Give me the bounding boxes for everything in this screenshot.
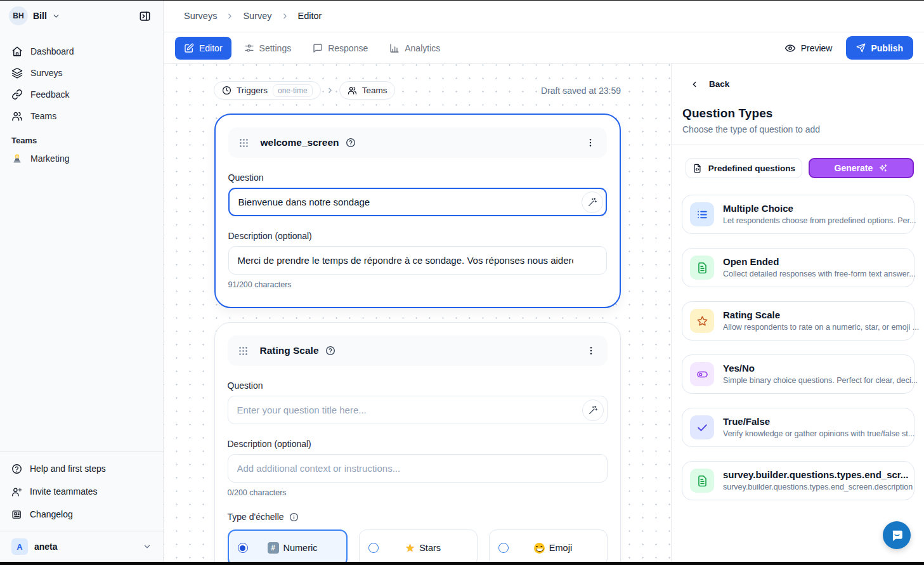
question-title-input[interactable]: [228, 188, 607, 216]
sidebar-item-surveys[interactable]: Surveys: [5, 62, 158, 84]
sidebar-item-feedback[interactable]: Feedback: [5, 84, 158, 105]
question-type-title: Open Ended: [723, 256, 779, 267]
workspace-switcher[interactable]: BH Bill: [0, 0, 163, 32]
chevron-right-icon: [326, 86, 334, 94]
question-title-input[interactable]: [228, 396, 608, 424]
sidebar-item-teams[interactable]: Teams: [5, 105, 158, 127]
tab-analytics[interactable]: Analytics: [381, 37, 449, 60]
question-card-title: welcome_screen: [261, 137, 339, 148]
sidebar-footer: Help and first steps Invite teammates Ch…: [0, 451, 163, 562]
scale-option-stars[interactable]: ★ Stars: [359, 529, 478, 565]
sidebar-item-changelog[interactable]: Changelog: [5, 503, 158, 526]
tab-settings[interactable]: Settings: [235, 37, 301, 60]
info-circle-icon[interactable]: [289, 512, 299, 522]
question-type-description: Collect detailed responses with free-for…: [723, 270, 916, 278]
users-icon: [11, 110, 23, 122]
scale-option-numeric[interactable]: # Numeric: [228, 529, 348, 565]
radio-selected-icon[interactable]: [238, 543, 248, 553]
help-circle-icon[interactable]: [346, 138, 356, 148]
file-code-icon: [693, 164, 702, 173]
canvas-header-row: Triggers one-time Teams Draft saved at 2…: [214, 81, 621, 100]
scale-option-label: Emoji: [549, 543, 572, 553]
triggers-label: Triggers: [237, 86, 268, 95]
sidebar-section-teams-label: Teams: [0, 127, 163, 148]
panel-actions: Predefined questions Generate: [672, 145, 924, 178]
tab-label: Settings: [259, 43, 292, 53]
help-circle-icon: [11, 464, 22, 474]
org-avatar: A: [11, 538, 28, 555]
file-text-icon: [690, 469, 714, 493]
question-card-header[interactable]: Rating Scale: [228, 335, 608, 366]
preview-button[interactable]: Preview: [784, 42, 833, 54]
preview-label: Preview: [801, 43, 833, 53]
org-switcher[interactable]: A aneta: [5, 531, 158, 562]
help-circle-icon[interactable]: [325, 346, 335, 356]
chevron-right-icon: [281, 12, 289, 20]
sidebar-item-label: Surveys: [30, 68, 63, 78]
scale-option-label: Numeric: [283, 543, 318, 553]
radio-icon[interactable]: [498, 543, 509, 553]
predefined-questions-label: Predefined questions: [708, 164, 795, 173]
question-card-rating-scale[interactable]: Rating Scale Question: [214, 322, 621, 565]
users-icon: [348, 86, 357, 95]
tab-response[interactable]: Response: [304, 37, 377, 60]
question-field-label: Question: [228, 380, 608, 391]
triggers-pill[interactable]: Triggers one-time: [214, 81, 321, 100]
back-button[interactable]: Back: [672, 64, 924, 89]
breadcrumb-surveys[interactable]: Surveys: [184, 11, 217, 21]
predefined-questions-button[interactable]: Predefined questions: [686, 158, 802, 178]
grip-icon[interactable]: [238, 138, 249, 148]
tab-editor[interactable]: Editor: [175, 37, 231, 60]
star-icon: [690, 309, 714, 333]
teams-pill-label: Teams: [362, 86, 387, 95]
window-bottom-border: [0, 562, 924, 565]
question-type-end-screen[interactable]: survey.builder.questions.types.end_scr..…: [682, 461, 914, 500]
scale-type-label: Type d'échelle: [228, 512, 284, 522]
question-type-rating-scale[interactable]: Rating Scale Allow respondents to rate o…: [682, 301, 914, 341]
description-field-label: Description (optional): [228, 439, 608, 449]
question-types-panel: Back Question Types Choose the type of q…: [671, 64, 924, 565]
sidebar-item-dashboard[interactable]: Dashboard: [5, 41, 158, 62]
breadcrumb-survey[interactable]: Survey: [243, 11, 271, 21]
question-card-welcome-screen[interactable]: welcome_screen Question: [214, 114, 621, 308]
scale-type-options: # Numeric ★ Stars: [228, 529, 608, 565]
scale-option-emoji[interactable]: Emoji: [489, 529, 608, 565]
question-type-true-false[interactable]: True/False Verify knowledge or gather op…: [682, 408, 914, 447]
sidebar-nav: Dashboard Surveys Feedback Teams: [0, 32, 163, 127]
sidebar-item-invite[interactable]: Invite teammates: [5, 480, 158, 503]
magic-wand-icon[interactable]: [582, 399, 604, 421]
publish-label: Publish: [871, 43, 903, 53]
chevron-left-icon: [690, 80, 699, 89]
teams-pill[interactable]: Teams: [339, 81, 396, 100]
sidebar-item-label: Feedback: [30, 89, 69, 100]
question-type-multiple-choice[interactable]: Multiple Choice Let respondents choose f…: [682, 195, 914, 234]
question-type-open-ended[interactable]: Open Ended Collect detailed responses wi…: [682, 248, 914, 287]
newspaper-icon: [11, 509, 22, 520]
chat-launcher-button[interactable]: [883, 521, 911, 549]
chevron-down-icon: [52, 12, 60, 20]
question-type-description: Allow respondents to rate on a numeric, …: [723, 323, 919, 332]
sidebar-collapse-button[interactable]: [135, 6, 154, 25]
home-icon: [11, 46, 23, 57]
hash-keycap-icon: #: [268, 542, 279, 554]
question-type-title: True/False: [723, 416, 770, 427]
publish-button[interactable]: Publish: [846, 36, 913, 60]
star-emoji-icon: ★: [405, 543, 415, 554]
magic-wand-icon[interactable]: [582, 192, 603, 213]
question-card-header[interactable]: welcome_screen: [228, 127, 607, 158]
question-description-input[interactable]: [228, 246, 607, 275]
question-description-input[interactable]: [228, 454, 608, 483]
question-type-title: Yes/No: [723, 363, 755, 373]
radio-icon[interactable]: [368, 543, 379, 553]
generate-button[interactable]: Generate: [809, 158, 914, 178]
sidebar-team-marketing[interactable]: Marketing: [0, 148, 163, 169]
char-count: 91/200 characters: [228, 280, 607, 289]
tab-label: Editor: [199, 43, 223, 53]
kebab-menu-icon[interactable]: [583, 343, 599, 358]
technologist-emoji-icon: [11, 153, 23, 164]
kebab-menu-icon[interactable]: [583, 135, 598, 150]
grip-icon[interactable]: [238, 346, 249, 356]
question-type-yes-no[interactable]: Yes/No Simple binary choice questions. P…: [682, 354, 914, 394]
sidebar-item-help[interactable]: Help and first steps: [5, 457, 158, 480]
trigger-mode-badge: one-time: [273, 84, 313, 97]
